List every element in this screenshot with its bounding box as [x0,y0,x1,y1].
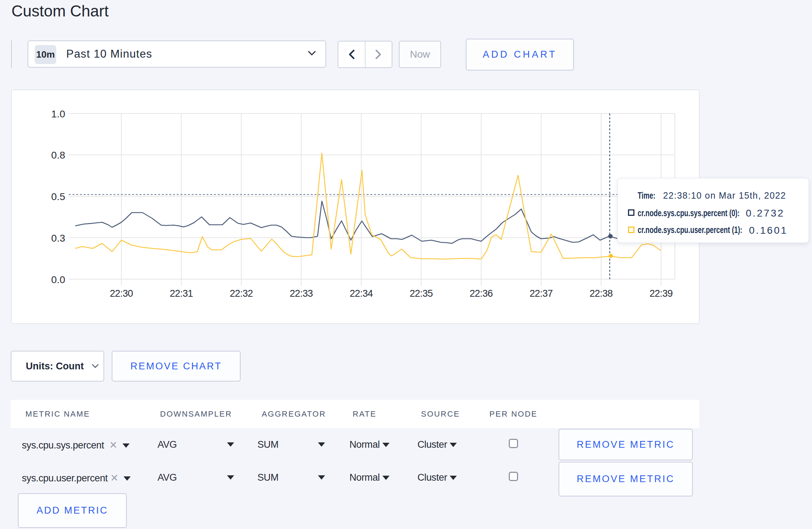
svg-text:0.3: 0.3 [51,233,65,244]
svg-text:22:38: 22:38 [590,288,613,299]
svg-text:0.8: 0.8 [51,150,65,161]
svg-text:0.5: 0.5 [51,191,65,202]
svg-text:22:37: 22:37 [530,288,553,299]
svg-text:22:39: 22:39 [649,288,673,299]
svg-text:22:31: 22:31 [170,288,193,299]
svg-text:0.0: 0.0 [51,274,65,285]
svg-text:22:30: 22:30 [110,288,133,299]
svg-text:1.0: 1.0 [51,108,65,120]
svg-text:22:32: 22:32 [230,288,253,299]
svg-text:22:36: 22:36 [470,288,493,299]
svg-text:22:35: 22:35 [410,288,433,299]
svg-text:22:34: 22:34 [350,288,373,299]
svg-text:22:33: 22:33 [290,288,313,299]
